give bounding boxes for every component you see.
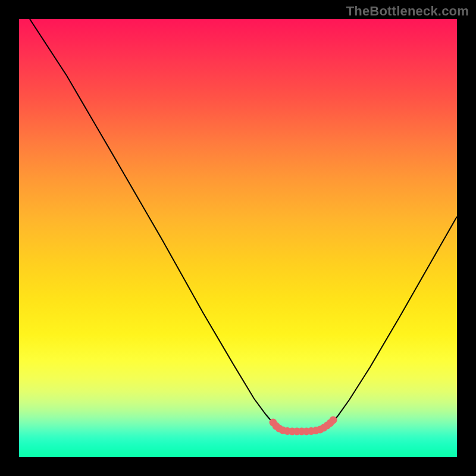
chart-plot-area: [19, 19, 457, 457]
chart-svg: [19, 19, 457, 457]
highlight-dot: [330, 416, 337, 424]
main-curve: [30, 19, 457, 431]
watermark-text: TheBottleneck.com: [346, 4, 469, 19]
highlight-region: [270, 416, 337, 436]
